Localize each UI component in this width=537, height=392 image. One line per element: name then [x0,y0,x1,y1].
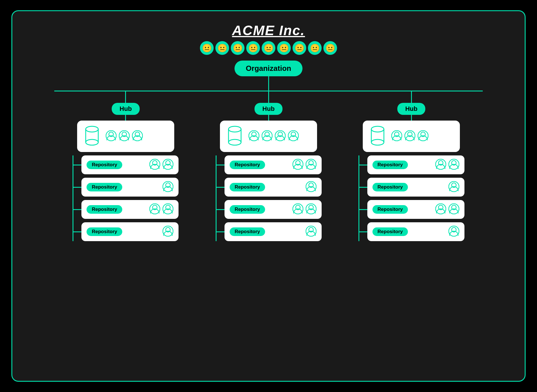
hub1-repo3-hline [73,209,81,210]
hub3-repo1-badge: Repository [372,161,408,169]
hub2-repos: Repository Repository [216,155,322,241]
org-node[interactable]: Organization [235,61,303,76]
hub2-repo1-hline [217,165,225,165]
svg-point-49 [371,139,384,145]
hub3-repo1-u1 [435,159,446,171]
hub1-repo-card-1[interactable]: Repository [81,155,179,174]
hub2-repo-card-4[interactable]: Repository [225,222,322,241]
emoji-face-7: 😐 [292,41,306,55]
hub2-repo-card-3[interactable]: Repository [225,200,322,219]
hub2-repo3-u2 [306,203,316,215]
hub2-spine [216,155,217,241]
hub1-repo1-u1 [149,159,160,171]
hub3-repo3-hline [359,209,367,210]
hub2-repo-row-2: Repository [216,178,322,197]
hub2-user-2 [262,130,272,142]
hub1-repo-card-3[interactable]: Repository [81,200,179,219]
hub2-repo1-u2 [306,159,316,171]
hub3-repo-card-4[interactable]: Repository [367,222,464,241]
hub1-repo4-badge: Repository [87,227,122,236]
hub1-repo2-u1 [163,181,173,193]
hub3-repo4-hline [359,231,367,232]
hub3-repo-row-2: Repository [358,178,464,197]
emoji-face-9: 😐 [323,41,337,55]
hub1-repo2-users [163,181,173,193]
hub3-repo-card-3[interactable]: Repository [367,200,464,219]
hub2-repo1-u1 [292,159,303,171]
emoji-face-4: 😐 [246,41,260,55]
hub1-repo-card-4[interactable]: Repository [81,222,179,241]
emoji-face-5: 😐 [262,41,275,55]
svg-point-25 [229,139,241,145]
hub2-repo3-users [292,203,316,215]
emoji-face-2: 😐 [215,41,229,55]
hub3-repo3-u2 [448,203,459,215]
hub1-spine [73,155,73,241]
hub1-users [106,130,143,142]
hub1-user-3 [132,130,143,142]
hub3-user-3 [418,130,428,142]
hub3-repo4-badge: Repository [372,227,408,236]
emoji-face-6: 😐 [277,41,291,55]
col1-top-line [125,91,126,103]
hub3-repo-card-2[interactable]: Repository [367,178,464,197]
hub-column-3: Hub [340,91,483,241]
hub3-repo2-badge: Repository [372,183,408,191]
svg-point-3 [86,139,98,145]
hub3-user-2 [404,130,415,142]
col3-top-line [411,91,412,103]
hub3-repo3-u1 [435,203,446,215]
hub3-repo1-hline [359,165,367,165]
hub-column-1: Hub [54,91,197,241]
hub1-repo-card-2[interactable]: Repository [81,178,179,197]
hub1-repos: Repository Repository [73,155,179,241]
hub1-repo3-users [149,203,173,215]
hub-card-2 [220,121,317,152]
hub2-repo3-badge: Repository [230,205,265,214]
hub-column-2: Hub [197,91,340,241]
hub1-repo1-badge: Repository [87,161,122,169]
hub1-repo3-u2 [163,203,173,215]
hub2-repo3-hline [217,209,225,210]
hub3-repo2-hline [359,187,367,188]
hub-card-1 [77,121,174,152]
hub2-repo-row-3: Repository [216,200,322,219]
hub-node-1[interactable]: Hub [112,103,140,115]
col1-hub-line [125,115,126,121]
emoji-row: 😐 😐 😐 😐 😐 😐 😐 😐 😐 [29,41,508,55]
hub1-repo-row-4: Repository [73,222,179,241]
hub2-repo4-badge: Repository [230,227,265,236]
hub2-repo-row-1: Repository [216,155,322,174]
hub3-repo1-users [435,159,459,171]
hub2-repo4-users [306,226,316,238]
hub2-repo2-u1 [306,181,316,193]
hub2-repo2-users [306,181,316,193]
svg-point-46 [371,126,384,132]
hub2-users [249,130,299,142]
hub2-repo-card-1[interactable]: Repository [225,155,322,174]
hub1-repo3-badge: Repository [87,205,122,214]
hub-node-2[interactable]: Hub [255,103,283,115]
svg-point-22 [229,126,241,132]
col3-hub-line [411,115,412,121]
hub2-repo-card-2[interactable]: Repository [225,178,322,197]
hub1-repo-row-1: Repository [73,155,179,174]
hub1-repo2-hline [73,187,81,188]
hub2-repo-row-4: Repository [216,222,322,241]
hub1-repo3-u1 [149,203,160,215]
hub2-repo2-badge: Repository [230,183,265,191]
hub3-repo3-users [435,203,459,215]
emoji-face-8: 😐 [308,41,322,55]
hub3-repo4-users [448,226,459,238]
org-to-hubs-line [268,76,269,91]
hub3-repo3-badge: Repository [372,205,408,214]
hub3-repo-card-1[interactable]: Repository [367,155,464,174]
hub3-users [391,130,428,142]
hub-node-3[interactable]: Hub [397,103,426,115]
hub3-repo-row-4: Repository [358,222,464,241]
hub3-repo1-u2 [448,159,459,171]
hub1-repo4-users [163,226,173,238]
hub1-user-2 [119,130,130,142]
hub1-repo2-badge: Repository [87,183,122,191]
hub2-user-4 [288,130,299,142]
